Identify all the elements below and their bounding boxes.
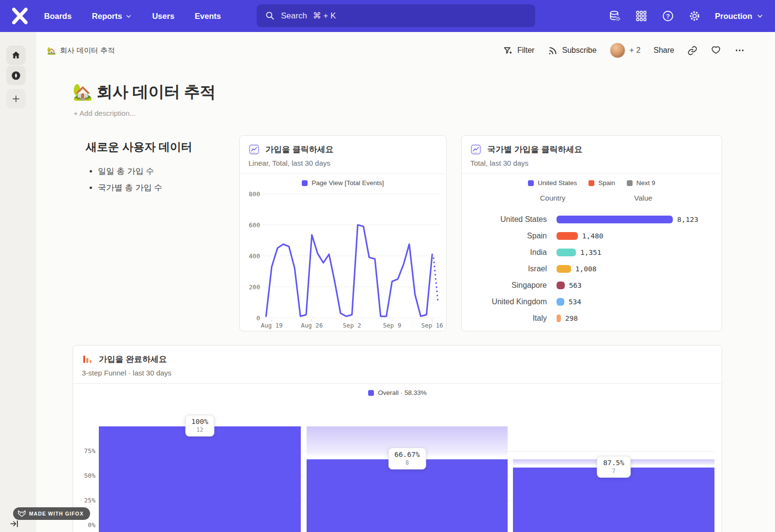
step-count: 12 [191, 426, 208, 433]
table-row[interactable] [462, 327, 722, 331]
step-count: 7 [603, 468, 624, 474]
table-row[interactable]: Singapore563 [462, 277, 722, 294]
chevron-down-icon [757, 13, 763, 19]
settings-gear-icon[interactable] [688, 10, 701, 22]
value-label: 563 [569, 282, 582, 289]
breadcrumb-label: 회사 데이터 추적 [60, 46, 115, 55]
filter-button[interactable]: Filter [503, 46, 535, 56]
table-row[interactable]: India1,351 [462, 244, 722, 261]
text-widget-bullet: 일일 총 가입 수 [98, 166, 162, 177]
value-bar [557, 216, 673, 223]
collaborator-count: + 2 [630, 46, 641, 55]
legend-item[interactable]: Page View [Total Events] [302, 179, 384, 187]
more-menu-button[interactable] [734, 45, 745, 56]
table-row[interactable]: Israel1,008 [462, 261, 722, 277]
chart-title: 국가별 가입을 클릭하세요 [487, 144, 582, 155]
step-conversion-pct: 66.67% [394, 451, 419, 458]
link-icon [687, 46, 698, 56]
home-button[interactable] [6, 46, 26, 65]
text-widget-bullet: 국가별 총 가입 수 [98, 182, 162, 193]
heart-icon [711, 45, 721, 56]
board-actions: Filter Subscribe + 2 Share [503, 43, 745, 58]
legend-label: Spain [598, 179, 615, 187]
country-label: India [462, 248, 557, 257]
legend-item[interactable]: Next 9 [627, 179, 655, 187]
explore-button[interactable] [6, 66, 26, 85]
share-button[interactable]: Share [653, 46, 674, 55]
value-bar [557, 282, 565, 289]
funnel-card[interactable]: 가입을 완료하세요 3-step Funnel · last 30 days O… [73, 345, 722, 532]
legend-swatch [627, 180, 633, 186]
column-header-country: Country [514, 194, 591, 202]
search-shortcut: ⌘ + K [313, 11, 336, 21]
primary-nav: Boards Reports Users Events [44, 0, 221, 32]
funnel-chart-icon [82, 354, 93, 365]
mixpanel-logo-icon[interactable] [11, 7, 29, 25]
value-label: 534 [569, 298, 581, 306]
collaborators[interactable]: + 2 [610, 43, 641, 58]
search-input[interactable]: Search ⌘ + K [257, 4, 535, 27]
legend-label: Page View [Total Events] [311, 179, 384, 187]
help-icon[interactable]: ? [662, 10, 674, 22]
svg-text:Aug 26: Aug 26 [301, 322, 323, 329]
country-rows: United States8,123Spain1,480India1,351Is… [462, 211, 722, 331]
page-title: 🏡 회사 데이터 추적 [73, 81, 216, 103]
table-row[interactable]: Spain1,480 [462, 228, 722, 244]
nav-boards[interactable]: Boards [44, 12, 72, 21]
value-bar [557, 331, 560, 331]
project-switcher[interactable]: Prouction [715, 12, 763, 21]
chart-subtitle: 3-step Funnel · last 30 days [82, 369, 713, 377]
table-row[interactable]: Italy298 [462, 310, 722, 327]
legend-item[interactable]: United States [528, 179, 577, 187]
step-conversion-pct: 87.5% [603, 459, 624, 467]
subscribe-button[interactable]: Subscribe [547, 46, 596, 56]
nav-users[interactable]: Users [152, 12, 174, 21]
value-label: 1,008 [575, 265, 597, 273]
gifox-label: MADE WITH GIFOX [29, 511, 84, 516]
chart-title: 가입을 클릭하세요 [265, 144, 334, 155]
funnel-step-bar[interactable] [99, 426, 301, 532]
svg-text:?: ? [666, 13, 670, 20]
line-chart-icon [248, 144, 260, 155]
fox-icon [18, 510, 26, 517]
funnel-step-tooltip: 87.5%7 [597, 456, 631, 478]
chart-legend: Overall · 58.33% [73, 389, 722, 396]
country-label: Italy [462, 314, 557, 323]
value-bar [557, 298, 564, 306]
collapse-arrow-icon [10, 519, 19, 528]
line-chart-card[interactable]: 가입을 클릭하세요 Linear, Total, last 30 days Pa… [239, 135, 447, 331]
chart-subtitle: Total, last 30 days [470, 159, 713, 167]
value-label: 8,123 [677, 216, 698, 223]
legend-item[interactable]: Overall · 58.33% [368, 389, 427, 396]
country-label: Israel [462, 265, 557, 273]
create-button[interactable] [6, 89, 26, 109]
value-label: 1,480 [582, 232, 604, 240]
legend-label: United States [538, 179, 577, 187]
avatar [610, 43, 625, 58]
legend-item[interactable]: Spain [589, 179, 615, 187]
country-bar-card[interactable]: 국가별 가입을 클릭하세요 Total, last 30 days United… [461, 135, 722, 331]
home-icon [11, 50, 21, 61]
breadcrumb[interactable]: 🏡 회사 데이터 추적 [47, 46, 115, 55]
add-description-button[interactable]: + Add description... [74, 109, 136, 117]
favorite-button[interactable] [711, 45, 721, 56]
data-management-icon[interactable] [608, 10, 621, 22]
nav-events[interactable]: Events [195, 12, 221, 21]
top-nav: Boards Reports Users Events Search ⌘ + K… [0, 0, 775, 32]
country-label: Singapore [462, 281, 557, 290]
table-row[interactable]: United States8,123 [462, 211, 722, 228]
search-icon [265, 11, 275, 21]
collapse-sidebar-button[interactable] [10, 519, 19, 528]
search-label: Search [281, 11, 307, 21]
board-emoji: 🏡 [47, 47, 56, 55]
table-row[interactable]: United Kingdom534 [462, 294, 722, 310]
copy-link-button[interactable] [687, 46, 698, 56]
chart-legend: United StatesSpainNext 9 [462, 179, 722, 187]
svg-text:Aug 19: Aug 19 [261, 322, 282, 329]
y-axis-label: 0% [76, 521, 95, 529]
country-label: United States [462, 215, 557, 224]
svg-text:400: 400 [249, 252, 260, 260]
nav-reports[interactable]: Reports [92, 12, 132, 21]
funnel-step-bar[interactable] [307, 459, 508, 532]
apps-grid-icon[interactable] [635, 10, 648, 22]
